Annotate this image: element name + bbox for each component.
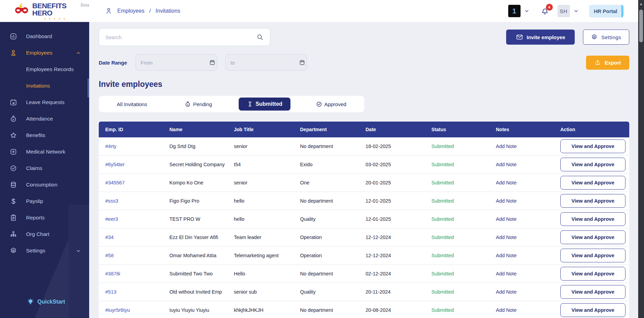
add-note-link[interactable]: Add Note xyxy=(489,214,554,224)
search-icon[interactable] xyxy=(256,33,264,41)
cell-emp-id[interactable]: #513 xyxy=(99,287,163,297)
sidebar-item-attendance[interactable]: Attendance xyxy=(0,111,89,127)
main-content: Invite employee Settings Date Range xyxy=(89,22,644,318)
sidebar-item-invitations[interactable]: Invitations xyxy=(0,78,89,94)
envelope-icon xyxy=(516,33,523,41)
cell-emp-id[interactable]: #sss3 xyxy=(99,196,163,206)
sidebar-item-employees-records[interactable]: Employees Records xyxy=(0,61,89,78)
tab-pending[interactable]: Pending xyxy=(165,96,232,112)
sidebar-item-consumption[interactable]: Consumption xyxy=(0,177,89,193)
date-to-field xyxy=(225,54,307,71)
export-upload-icon xyxy=(594,59,601,66)
cell-job-title: Telemarketing agent xyxy=(227,251,294,260)
col-header-action: Action xyxy=(554,127,629,132)
user-avatar[interactable]: SH xyxy=(558,5,570,17)
tab-approved[interactable]: Approved xyxy=(298,96,365,112)
cell-name: Secret Holding Company xyxy=(163,160,227,169)
view-and-approve-button[interactable]: View and Approve xyxy=(560,139,625,153)
cell-action: View and Approve xyxy=(554,265,629,283)
export-button[interactable]: Export xyxy=(586,56,629,70)
add-note-link[interactable]: Add Note xyxy=(489,160,554,169)
app-root: BENEFITS HERO ★ ★ ★ ★ ★ Beta Employees /… xyxy=(0,0,644,318)
add-note-link[interactable]: Add Note xyxy=(489,269,554,279)
cell-department: No department xyxy=(294,141,359,151)
sidebar-item-employees[interactable]: Employees xyxy=(0,45,89,61)
cell-emp-id[interactable]: #4rty xyxy=(99,141,163,151)
add-note-link[interactable]: Add Note xyxy=(489,287,554,297)
sidebar-item-claims[interactable]: Claims xyxy=(0,160,89,177)
sidebar-item-leave-requests[interactable]: Leave Requests xyxy=(0,94,89,111)
cell-date: 12-12-2024 xyxy=(359,232,425,242)
scrollbar-up-arrow[interactable]: ▲ xyxy=(638,0,644,6)
language-selector[interactable]: 1 xyxy=(508,5,521,17)
view-and-approve-button[interactable]: View and Approve xyxy=(560,303,625,317)
search-box xyxy=(99,28,270,46)
view-and-approve-button[interactable]: View and Approve xyxy=(560,267,625,281)
tab-all-invitations[interactable]: All Invitations xyxy=(99,96,165,112)
cell-date: 20-08-2024 xyxy=(359,305,425,315)
invite-employee-button[interactable]: Invite employee xyxy=(506,30,575,45)
add-note-link[interactable]: Add Note xyxy=(489,196,554,206)
tab-submitted[interactable]: Submitted xyxy=(239,98,290,111)
view-and-approve-button[interactable]: View and Approve xyxy=(560,230,625,244)
table-row: #sss3 Figo Figo Pro hello No department … xyxy=(99,192,629,210)
view-and-approve-button[interactable]: View and Approve xyxy=(560,212,625,226)
date-to-input[interactable] xyxy=(230,60,299,66)
sidebar-item-dashboard[interactable]: Dashboard xyxy=(0,28,89,45)
cell-name: Figo Figo Pro xyxy=(163,196,227,206)
user-menu-chevron-down-icon[interactable] xyxy=(573,8,579,14)
cell-emp-id[interactable]: #3878i xyxy=(99,269,163,279)
sidebar-item-settings[interactable]: Settings xyxy=(0,242,89,259)
settings-chevron-down-icon[interactable] xyxy=(76,248,81,253)
cell-emp-id[interactable]: #iuyr5r6tyu xyxy=(99,305,163,315)
brand-logo[interactable]: BENEFITS HERO ★ ★ ★ ★ ★ Beta xyxy=(0,2,89,20)
add-note-link[interactable]: Add Note xyxy=(489,178,554,188)
add-note-link[interactable]: Add Note xyxy=(489,305,554,315)
cell-job-title: hello xyxy=(227,196,294,206)
view-and-approve-button[interactable]: View and Approve xyxy=(560,194,625,208)
cell-action: View and Approve xyxy=(554,301,629,318)
breadcrumb: Employees / Invitations xyxy=(105,7,180,15)
col-header-date: Date xyxy=(359,127,425,132)
breadcrumb-employees[interactable]: Employees xyxy=(117,8,144,14)
scrollbar-thumb[interactable] xyxy=(639,10,643,42)
calendar-icon[interactable] xyxy=(209,59,216,66)
sidebar-item-payslip[interactable]: $ Payslip xyxy=(0,193,89,209)
notifications-button[interactable]: 4 xyxy=(540,7,549,15)
table-row: #4rty Dg Srtd Dtg senior No department 1… xyxy=(99,137,629,156)
page-scrollbar[interactable]: ▲ xyxy=(638,0,644,318)
sidebar: Dashboard Employees Employees Records In… xyxy=(0,22,89,318)
language-chevron-down-icon[interactable] xyxy=(524,8,529,14)
sidebar-item-medical-network[interactable]: Medical Network xyxy=(0,144,89,160)
cell-action: View and Approve xyxy=(554,156,629,173)
cell-emp-id[interactable]: #345567 xyxy=(99,178,163,188)
cell-emp-id[interactable]: #34 xyxy=(99,232,163,242)
view-and-approve-button[interactable]: View and Approve xyxy=(560,249,625,262)
sidebar-scrollbar-thumb[interactable] xyxy=(87,78,89,98)
hr-portal-button[interactable]: HR Portal xyxy=(589,5,623,18)
medical-network-icon xyxy=(9,148,18,156)
cell-action: View and Approve xyxy=(554,283,629,301)
sidebar-item-benefits[interactable]: Benefits xyxy=(0,127,89,144)
settings-button[interactable]: Settings xyxy=(583,30,629,45)
sidebar-item-reports[interactable]: Reports xyxy=(0,209,89,226)
cell-emp-id[interactable]: #6y54ter xyxy=(99,160,163,169)
add-note-link[interactable]: Add Note xyxy=(489,251,554,260)
view-and-approve-button[interactable]: View and Approve xyxy=(560,158,625,171)
employees-chevron-up-icon[interactable] xyxy=(76,50,81,56)
date-range-label: Date Range xyxy=(99,60,135,66)
cell-emp-id[interactable]: #eer3 xyxy=(99,214,163,224)
add-note-link[interactable]: Add Note xyxy=(489,141,554,151)
cell-emp-id[interactable]: #58 xyxy=(99,251,163,260)
calendar-icon[interactable] xyxy=(299,59,306,66)
date-from-input[interactable] xyxy=(141,60,209,66)
sidebar-item-org-chart[interactable]: Org Chart xyxy=(0,226,89,242)
add-note-link[interactable]: Add Note xyxy=(489,232,554,242)
quickstart-button[interactable]: QuickStart xyxy=(27,298,65,306)
breadcrumb-invitations[interactable]: Invitations xyxy=(156,8,180,14)
cell-department: Quality xyxy=(294,214,359,224)
search-input[interactable] xyxy=(105,34,256,40)
view-and-approve-button[interactable]: View and Approve xyxy=(560,285,625,299)
view-and-approve-button[interactable]: View and Approve xyxy=(560,176,625,190)
sidebar-label-reports: Reports xyxy=(26,215,45,221)
